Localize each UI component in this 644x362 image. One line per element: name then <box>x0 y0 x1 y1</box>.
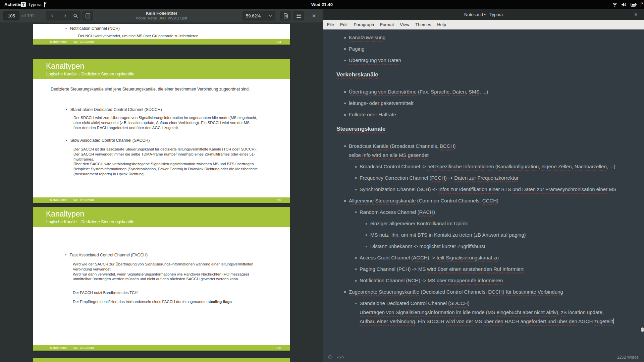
next-page-button[interactable]: › <box>59 11 72 20</box>
chevron-down-icon: ▼ <box>44 2 45 7</box>
gnome-top-bar: Activities T Typora ▼ Wed 21:40 ▼ <box>0 0 644 9</box>
editor-line[interactable]: Paging Channel (PCH) -> MS wird über ein… <box>336 264 644 274</box>
editor-line[interactable]: Fullrate oder Halfrate <box>336 110 644 119</box>
editor-line[interactable]: Broadcast Kanäle (Broadcast Channels, BC… <box>336 141 644 150</box>
search-button[interactable] <box>70 11 80 20</box>
editor-heading[interactable]: Verkehrskanäle <box>336 70 644 79</box>
misspelled-word: Sprache <box>431 89 449 95</box>
page-number-input[interactable]: 105 <box>3 11 19 20</box>
editor-line[interactable]: Frequency Correction Channel (FCCH) -> D… <box>336 173 644 182</box>
slide-paragraph: Der Empfänger identifiziert das Vorhande… <box>73 299 261 304</box>
editor-line[interactable]: Übertragung von Daten <box>336 56 644 65</box>
editor-line[interactable]: Distanz unbekannt -> möglichst kurzer Zu… <box>336 242 644 251</box>
typora-titlebar[interactable]: Notes.md • - Typora ✕ <box>323 9 644 20</box>
misspelled-word: Kanäle <box>373 143 389 149</box>
app-menu-button[interactable]: T Typora ▼ <box>21 0 45 9</box>
editor-line[interactable]: Synchronization Channel (SCH) -> Infos z… <box>336 185 644 194</box>
misspelled-word: teilt Signalisierungskanal zu <box>437 255 499 260</box>
slide-104: Notification Channel (NCH) Der NCH wird … <box>33 24 290 45</box>
text-segment: Paging <box>349 46 365 52</box>
slide-paragraph-text: . <box>232 300 233 304</box>
text-segment: ) <box>433 209 435 215</box>
hamburger-menu-button[interactable] <box>293 11 304 20</box>
editor-line[interactable]: einziger allgemeiner Kontrollkanal im Up… <box>336 219 644 228</box>
menu-paragraph[interactable]: Paragraph <box>351 20 377 29</box>
editor-line[interactable]: Notification Channel (NCH) -> MS über Gr… <box>336 276 644 285</box>
editor-line[interactable]: Übertragung von Datenströme (Fax, Sprach… <box>336 87 644 96</box>
misspelled-word: zugeteilt <box>594 318 613 324</box>
misspelled-word: AGCH <box>413 255 427 260</box>
editor-line[interactable]: selbe Info wird an alle MS gesendet <box>336 150 644 160</box>
editor-line[interactable]: Paging <box>336 44 644 53</box>
pdf-window-close-button[interactable]: ✕ <box>309 11 319 20</box>
text-segment: ) -> <box>428 255 437 260</box>
typora-close-button[interactable]: ✕ <box>631 9 641 20</box>
footer-term: WS 2017/2018 <box>73 39 94 45</box>
editor-line[interactable]: Broadcast Control Channel -> netzspezifi… <box>336 162 644 171</box>
editor-scrollbar-thumb[interactable] <box>641 327 644 332</box>
chevron-down-icon <box>269 15 272 17</box>
editor-line[interactable]: MS nutz ihn, um mit BTS in Kontakt zu tr… <box>336 230 644 239</box>
editor-line[interactable]: Kanalzuweisung <box>336 33 644 42</box>
search-icon <box>73 13 78 18</box>
system-status-area[interactable]: ▼ <box>612 0 641 9</box>
misspelled-word: Daten <box>452 89 466 95</box>
misspelled-word: Aufbau einer Verbindung. <box>360 318 416 324</box>
misspelled-word: Zugeordnete Steuerungskanäle <box>349 289 419 295</box>
text-cursor <box>613 318 614 324</box>
typora-window: Notes.md • - Typora ✕ FileEditParagraphF… <box>323 9 644 362</box>
menu-view[interactable]: View <box>397 20 412 29</box>
menu-format[interactable]: Format <box>377 20 397 29</box>
clock[interactable]: Wed 21:40 <box>311 0 333 9</box>
editor-line[interactable]: Allgemeine Steuerungskanäle (Common Cont… <box>336 196 644 205</box>
typora-window-title: Notes.md • - Typora <box>323 9 644 20</box>
slide-105: Kanaltypen Logische Kanäle – Dedizierte … <box>33 59 290 203</box>
text-segment: einziger allgemeiner Kontrollkanal im Up… <box>370 221 468 226</box>
menu-file[interactable]: File <box>324 20 337 29</box>
footer-page-number: 104 <box>276 39 281 45</box>
editor-line[interactable]: Übertragen von Signalisierungsinformatio… <box>336 308 644 317</box>
text-segment: Standalone Dedicated Control Channel ( <box>360 300 450 306</box>
slide-bullet: Stand-alone Dedicated Control Channel (S… <box>66 107 162 112</box>
misspelled-word: netzspezifische Informationen <box>427 164 494 169</box>
typora-menubar: FileEditParagraphFormatViewThemesHelp <box>323 20 644 29</box>
text-segment: Ein SDCCH <box>416 318 446 324</box>
text-segment: Frequency Correction Channel ( <box>360 175 431 181</box>
menu-help[interactable]: Help <box>434 20 449 29</box>
footer-course: Mobile Netze <box>50 345 67 351</box>
editor-line[interactable]: Standalone Dedicated Control Channel (SD… <box>336 299 644 308</box>
text-segment: MS <box>607 186 616 192</box>
outline-toggle-icon[interactable] <box>328 355 332 359</box>
markdown-editor[interactable]: KanalzuweisungPagingÜbertragung von Date… <box>323 29 644 353</box>
slide-intro: Dedizierte Steuerungskanäle sind jene St… <box>51 86 252 92</box>
misspelled-word: NCH <box>408 278 419 283</box>
menu-edit[interactable]: Edit <box>337 20 351 29</box>
slide-paragraph-text: Wird nur dann verwendet, wenn Signalisie… <box>73 272 249 281</box>
text-segment: BTS <box>500 186 513 192</box>
zoom-level-value: 59.62% <box>246 13 261 18</box>
misspelled-word: Verkehrskanäle <box>336 71 378 78</box>
source-code-mode-icon[interactable]: </> <box>337 353 344 362</box>
slide-107-partial <box>33 358 290 362</box>
menu-themes[interactable]: Themes <box>412 20 434 29</box>
zoom-level-dropdown[interactable]: 59.62% <box>243 11 275 20</box>
misspelled-word: wird von der <box>446 318 473 324</box>
editor-heading[interactable]: Steuerungskanäle <box>336 124 644 133</box>
editor-line[interactable]: leitungs- oder paketvermittelt <box>336 99 644 108</box>
editor-line[interactable]: Aufbau einer Verbindung. Ein SDCCH wird … <box>336 317 644 326</box>
volume-icon <box>621 2 627 7</box>
footer-course: Mobile Netze <box>50 197 67 203</box>
wifi-icon <box>612 2 618 7</box>
misspelled-word: zB <box>561 309 567 315</box>
footer-term: WS 2017/2018 <box>73 197 94 203</box>
slide-footer: Mobile Netze WS 2017/2018 105 <box>33 197 290 203</box>
word-count[interactable]: 1252 Words <box>617 353 639 362</box>
document-title: Kein Folientitel Mobile_Netze_JKU_WS2017… <box>91 10 232 20</box>
editor-line[interactable]: Access Grant Channel (AGCH) -> teilt Sig… <box>336 253 644 262</box>
previous-page-button[interactable]: ‹ <box>46 11 59 20</box>
editor-line[interactable]: Random Access Channel (RACH) <box>336 207 644 217</box>
editor-line[interactable]: Zugeordnete Steuerungskanäle (Dedicated … <box>336 287 644 296</box>
misspelled-word: Kanalkonfiguration <box>497 164 539 169</box>
pdf-page-area[interactable]: Notification Channel (NCH) Der NCH wird … <box>0 22 323 362</box>
zoom-fit-page-button[interactable] <box>280 11 291 20</box>
